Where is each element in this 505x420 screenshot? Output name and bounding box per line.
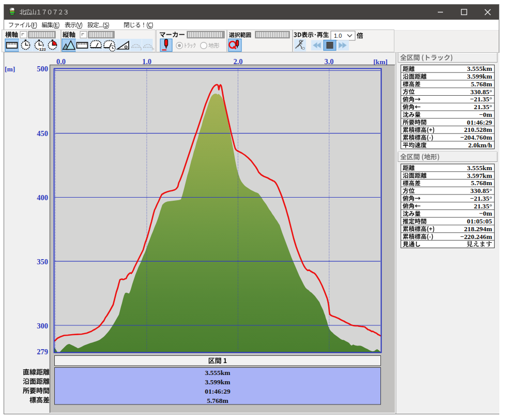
svg-text:3.555km: 3.555km: [205, 369, 231, 377]
svg-text:1.0: 1.0: [334, 33, 342, 39]
svg-text:279: 279: [37, 348, 48, 356]
svg-text:330.85°: 330.85°: [470, 187, 492, 194]
svg-text:−21.35°: −21.35°: [470, 95, 492, 103]
svg-text:3.555km: 3.555km: [467, 164, 492, 172]
svg-text:5.768m: 5.768m: [471, 80, 492, 88]
svg-text:218.294m: 218.294m: [464, 225, 492, 233]
svg-text:1.0: 1.0: [142, 57, 151, 66]
svg-text:−220.246m: −220.246m: [460, 233, 492, 241]
svg-text:−204.760m: −204.760m: [460, 133, 492, 141]
svg-text:2.0: 2.0: [233, 57, 242, 66]
svg-text:330.85°: 330.85°: [470, 88, 492, 96]
svg-text:450: 450: [37, 129, 48, 138]
svg-text:500: 500: [37, 65, 48, 73]
svg-text:300: 300: [37, 322, 48, 330]
svg-text:h: h: [152, 47, 154, 51]
svg-text:400: 400: [37, 193, 48, 202]
svg-text:5.768m: 5.768m: [471, 179, 492, 187]
svg-text:3.599km: 3.599km: [467, 72, 492, 80]
svg-text:[m]: [m]: [5, 65, 15, 73]
svg-text:01:46:29: 01:46:29: [467, 118, 492, 126]
svg-text:21.35°: 21.35°: [474, 202, 492, 210]
svg-text:5.768m: 5.768m: [207, 397, 228, 404]
svg-text:123: 123: [39, 47, 47, 52]
svg-text:−0m: −0m: [479, 111, 492, 118]
svg-text:O: O: [302, 46, 305, 51]
svg-text:[km]: [km]: [373, 58, 388, 66]
svg-text:3.0: 3.0: [324, 57, 333, 66]
svg-text:−21.35°: −21.35°: [470, 194, 492, 202]
svg-text:3.597km: 3.597km: [467, 172, 492, 179]
svg-text:−0m: −0m: [479, 209, 492, 217]
svg-text:3.555km: 3.555km: [467, 65, 492, 72]
svg-text:3.599km: 3.599km: [205, 378, 231, 386]
svg-text:01:46:29: 01:46:29: [205, 387, 231, 395]
svg-text:210.528m: 210.528m: [464, 126, 492, 133]
svg-text:350: 350: [37, 258, 48, 266]
svg-text:2.0km/h: 2.0km/h: [468, 141, 493, 149]
svg-text:21.35°: 21.35°: [474, 103, 492, 111]
svg-text:0.0: 0.0: [56, 57, 66, 66]
svg-text:01:05:05: 01:05:05: [467, 217, 492, 225]
